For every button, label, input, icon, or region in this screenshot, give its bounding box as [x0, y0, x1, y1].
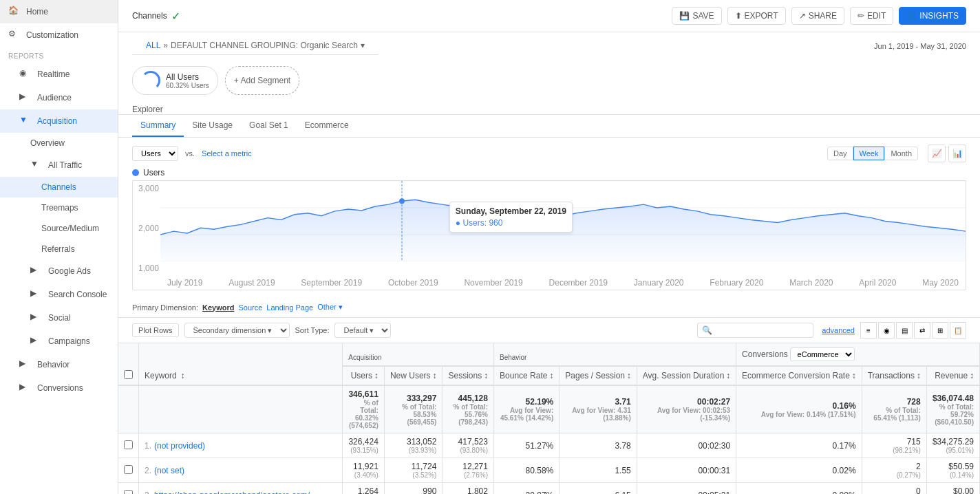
conversions-icon: ▶ — [19, 382, 32, 394]
transactions-cell: 715 (98.21%) — [862, 433, 926, 458]
ecommerce-rate-cell: 0.00% — [736, 483, 862, 495]
sidebar-item-overview[interactable]: Overview — [0, 133, 118, 153]
avg-session-col-header[interactable]: Avg. Session Duration ↕ — [637, 366, 736, 385]
transactions-col-header[interactable]: Transactions ↕ — [862, 366, 926, 385]
share-button[interactable]: ↗ SHARE — [791, 7, 844, 25]
export-button[interactable]: ⬆ EXPORT — [727, 7, 786, 25]
sidebar-item-conversions[interactable]: ▶ Conversions — [0, 376, 118, 400]
tab-goal-set-1[interactable]: Goal Set 1 — [241, 115, 297, 137]
performance-view-button[interactable]: ▤ — [896, 322, 913, 339]
all-users-segment[interactable]: All Users 60.32% Users — [132, 66, 218, 95]
totals-label — [139, 385, 343, 433]
revenue-col-header[interactable]: Revenue ↕ — [926, 366, 979, 385]
page-header: Channels ✓ 💾 SAVE ⬆ EXPORT ↗ SHARE ✏ EDI… — [118, 0, 980, 32]
line-chart-button[interactable]: 📈 — [928, 144, 946, 162]
sidebar-item-treemaps[interactable]: Treemaps — [0, 197, 118, 218]
duration-sort-icon: ↕ — [726, 371, 730, 380]
bounce-rate-col-header[interactable]: Bounce Rate ↕ — [493, 366, 559, 385]
dimension-other[interactable]: Other ▾ — [317, 303, 343, 312]
dimension-keyword[interactable]: Keyword — [202, 303, 234, 312]
chart-svg — [160, 181, 966, 261]
sidebar-item-source-medium[interactable]: Source/Medium — [0, 218, 118, 239]
bar-chart-button[interactable]: 📊 — [948, 144, 966, 162]
primary-dimension-label: Primary Dimension: — [132, 303, 198, 312]
pages-session-col-header[interactable]: Pages / Session ↕ — [560, 366, 637, 385]
segment-label: All Users 60.32% Users — [166, 72, 209, 89]
sidebar-item-customization[interactable]: ⚙ Customization — [0, 23, 118, 47]
metric-select[interactable]: Users — [132, 146, 178, 161]
sidebar-item-google-ads[interactable]: ▶ Google Ads — [0, 259, 118, 283]
keyword-text: (not set) — [154, 466, 184, 475]
sidebar-item-acquisition[interactable]: ▼ Acquisition — [0, 109, 118, 133]
sidebar-item-channels[interactable]: Channels — [0, 177, 118, 197]
day-button[interactable]: Day — [827, 147, 853, 160]
add-segment-button[interactable]: + Add Segment — [225, 66, 299, 95]
sidebar-item-all-traffic[interactable]: ▼ All Traffic — [0, 153, 118, 177]
breadcrumb-filter-icon[interactable]: ▾ — [361, 41, 365, 50]
segment-donut — [141, 71, 160, 90]
month-button[interactable]: Month — [884, 147, 918, 160]
lifetime-view-button[interactable]: 📋 — [950, 322, 966, 339]
tab-bar: Summary Site Usage Goal Set 1 Ecommerce — [118, 115, 980, 138]
sidebar-item-search-console[interactable]: ▶ Search Console — [0, 283, 118, 306]
totals-sessions: 445,128 % of Total: 55.76% (798,243) — [443, 385, 494, 433]
totals-users: 346,611 % of Total: 60.32% (574,652) — [343, 385, 385, 433]
new-users-cell: 11,724 (3.52%) — [384, 458, 443, 483]
sidebar-item-behavior[interactable]: ▶ Behavior — [0, 353, 118, 376]
tab-ecommerce[interactable]: Ecommerce — [297, 115, 357, 137]
revenue-sort-icon: ↕ — [970, 371, 974, 380]
search-icon: 🔍 — [702, 325, 712, 335]
sidebar-item-social[interactable]: ▶ Social — [0, 306, 118, 330]
tab-summary[interactable]: Summary — [132, 115, 184, 137]
chart-area: Users vs. Select a metric Day Week Month… — [118, 138, 980, 297]
insights-button[interactable]: 👤 INSIGHTS — [899, 7, 966, 25]
dimension-landing-page[interactable]: Landing Page — [266, 303, 313, 312]
row-num: 3. — [145, 491, 151, 495]
week-button[interactable]: Week — [853, 147, 885, 160]
sidebar-item-campaigns[interactable]: ▶ Campaigns — [0, 330, 118, 353]
select-metric-link[interactable]: Select a metric — [202, 149, 252, 158]
secondary-dimension-select[interactable]: Secondary dimension ▾ — [184, 323, 290, 338]
tab-site-usage[interactable]: Site Usage — [184, 115, 241, 137]
social-icon: ▶ — [30, 312, 43, 324]
pie-view-button[interactable]: ◉ — [878, 322, 895, 339]
dimension-source[interactable]: Source — [238, 303, 262, 312]
plot-rows-button[interactable]: Plot Rows — [132, 323, 179, 337]
sidebar-item-referrals[interactable]: Referrals — [0, 239, 118, 259]
save-button[interactable]: 💾 SAVE — [672, 7, 721, 25]
search-input[interactable] — [712, 326, 809, 334]
select-all-checkbox[interactable] — [124, 370, 133, 379]
keyword-link[interactable]: https://shop.googlemerchandisestore.com/ — [154, 491, 310, 495]
data-table-view-button[interactable]: ≡ — [860, 322, 877, 339]
totals-transactions: 728 % of Total: 65.41% (1,113) — [862, 385, 926, 433]
row-checkbox[interactable] — [124, 465, 133, 474]
new-users-col-header[interactable]: New Users ↕ — [384, 366, 443, 385]
sidebar-item-audience[interactable]: ▶ Audience — [0, 86, 118, 109]
conversions-group-header: Conversions eCommerce — [736, 343, 980, 366]
keyword-header[interactable]: Keyword ↕ — [139, 343, 343, 385]
sidebar-item-home[interactable]: 🏠 Home — [0, 0, 118, 23]
edit-button[interactable]: ✏ EDIT — [850, 7, 893, 25]
sort-select[interactable]: Default ▾ — [334, 323, 391, 338]
new-users-cell: 313,052 (93.93%) — [384, 433, 443, 458]
campaigns-icon: ▶ — [30, 335, 43, 347]
transactions-cell: 0 (0.00%) — [862, 483, 926, 495]
sessions-col-header[interactable]: Sessions ↕ — [443, 366, 494, 385]
ecommerce-select[interactable]: eCommerce — [790, 347, 855, 361]
row-checkbox[interactable] — [124, 490, 133, 495]
breadcrumb-all[interactable]: ALL — [146, 41, 160, 50]
sessions-cell: 1,802 (0.40%) — [443, 483, 494, 495]
data-table: Keyword ↕ Acquisition Behavior Conversio… — [118, 343, 980, 494]
bounce-rate-cell: 29.97% — [493, 483, 559, 495]
sidebar-item-realtime[interactable]: ◉ Realtime — [0, 63, 118, 86]
comparison-view-button[interactable]: ⇄ — [914, 322, 930, 339]
row-checkbox[interactable] — [124, 440, 133, 449]
ecommerce-rate-col-header[interactable]: Ecommerce Conversion Rate ↕ — [736, 366, 862, 385]
search-box: 🔍 — [697, 323, 813, 338]
totals-pages-session: 3.71 Avg for View: 4.31 (13.88%) — [560, 385, 637, 433]
pivot-view-button[interactable]: ⊞ — [932, 322, 948, 339]
chart-controls: Users vs. Select a metric Day Week Month… — [132, 144, 966, 162]
advanced-link[interactable]: advanced — [822, 326, 855, 334]
users-col-header[interactable]: Users ↕ — [343, 366, 385, 385]
new-users-cell: 990 (0.30%) — [384, 483, 443, 495]
